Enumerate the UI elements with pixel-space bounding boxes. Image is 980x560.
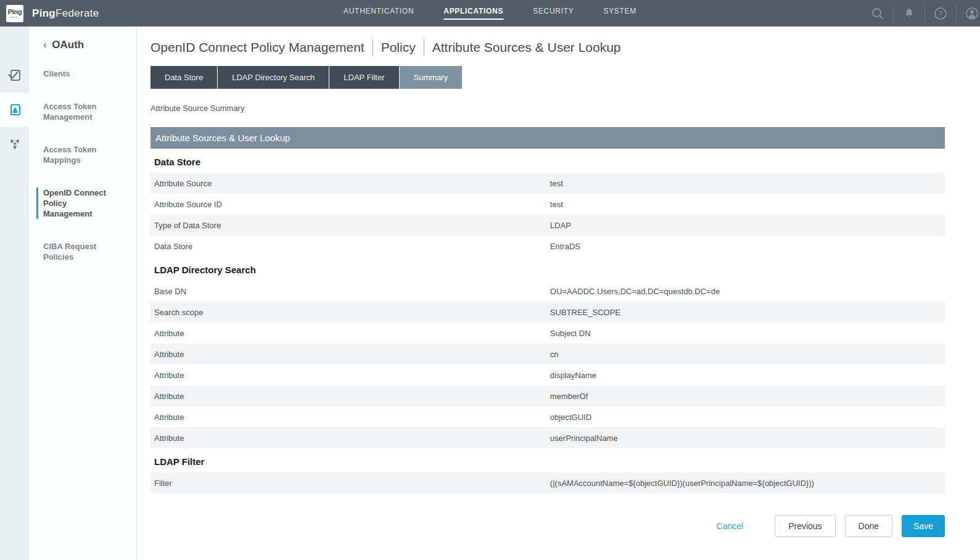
main-nav: AUTHENTICATION APPLICATIONS SECURITY SYS…	[344, 0, 636, 27]
notifications-bell-icon[interactable]	[901, 6, 917, 22]
divider	[924, 4, 925, 23]
row-value: userPrincipalName	[550, 434, 945, 443]
pen-square-icon[interactable]	[0, 93, 29, 127]
row-label: Attribute	[150, 371, 550, 380]
row-value: objectGUID	[550, 413, 945, 422]
summary-row: Attribute Source test	[150, 173, 945, 194]
sidebar-item-access-token-mappings[interactable]: Access Token Mappings	[43, 144, 118, 165]
nav-applications[interactable]: APPLICATIONS	[443, 7, 503, 20]
section-heading: LDAP Directory Search	[154, 265, 945, 275]
summary-caption: Attribute Source Summary	[150, 104, 945, 113]
nav-authentication[interactable]: AUTHENTICATION	[344, 7, 414, 20]
row-label: Data Store	[150, 242, 550, 251]
row-value: OU=AADDC Users,DC=ad,DC=questdb,DC=de	[550, 287, 945, 296]
page-title: OpenID Connect Policy Management Policy …	[150, 39, 945, 56]
summary-row: Filter (|(sAMAccountName=${objectGUID})(…	[150, 472, 945, 493]
summary-row: Type of Data Store LDAP	[150, 215, 945, 236]
row-label: Search scope	[150, 308, 550, 317]
section-heading: Data Store	[154, 157, 945, 167]
cancel-button[interactable]: Cancel	[717, 521, 744, 531]
tab-data-store[interactable]: Data Store	[150, 66, 217, 89]
summary-sections: Data Store Attribute Source test Attribu…	[150, 157, 945, 493]
row-label: Filter	[150, 479, 550, 488]
row-value: Subject DN	[550, 329, 945, 338]
summary-row: Attribute cn	[150, 344, 945, 364]
summary-section: LDAP Directory Search Base DN OU=AADDC U…	[150, 265, 945, 448]
row-value: displayName	[550, 371, 945, 380]
sidebar-back-oauth[interactable]: ‹ OAuth	[43, 39, 136, 51]
svg-text:?: ?	[939, 10, 942, 17]
topbar-utilities: ?	[862, 4, 980, 23]
breadcrumb-separator	[373, 39, 373, 56]
breadcrumb-root: OpenID Connect Policy Management	[150, 40, 364, 55]
summary-row: Base DN OU=AADDC Users,DC=ad,DC=questdb,…	[150, 281, 945, 302]
breadcrumb-separator	[424, 39, 424, 56]
top-bar: Ping Identity. PingFederate AUTHENTICATI…	[0, 0, 980, 27]
row-label: Type of Data Store	[150, 221, 550, 230]
sidebar-menu: Clients Access Token Management Access T…	[43, 68, 136, 262]
row-label: Attribute	[150, 392, 550, 401]
summary-table-header: Attribute Sources & User Lookup	[150, 127, 945, 149]
row-value: LDAP	[550, 221, 945, 230]
main-content: OpenID Connect Policy Management Policy …	[137, 27, 980, 560]
breadcrumb-policy: Policy	[381, 40, 416, 55]
sidebar-item-clients[interactable]: Clients	[43, 68, 118, 79]
sidebar-item-access-token-management[interactable]: Access Token Management	[43, 101, 118, 122]
row-label: Attribute Source	[150, 179, 550, 188]
divider	[956, 4, 957, 23]
summary-row: Search scope SUBTREE_SCOPE	[150, 302, 945, 323]
sidebar-item-ciba-request-policies[interactable]: CIBA Request Policies	[43, 241, 118, 262]
row-value: test	[550, 179, 945, 188]
help-icon[interactable]: ?	[933, 6, 949, 22]
sidebar-section-title: OAuth	[52, 39, 84, 51]
user-account-icon[interactable]	[964, 6, 980, 22]
app-shell: ‹ OAuth Clients Access Token Management …	[0, 27, 980, 560]
divider	[893, 4, 894, 23]
row-label: Attribute	[150, 434, 550, 443]
summary-row: Attribute Source ID test	[150, 194, 945, 215]
logo-text: Ping	[8, 9, 22, 15]
summary-row: Attribute memberOf	[150, 385, 945, 406]
row-value: test	[550, 200, 945, 209]
footer-actions: Cancel Previous Done Save	[150, 515, 945, 537]
summary-row: Data Store EntraDS	[150, 236, 945, 257]
check-square-icon[interactable]	[0, 58, 29, 93]
app-title-light: Federate	[56, 7, 99, 19]
sidebar-icon-rail	[0, 27, 29, 560]
ping-identity-logo: Ping Identity.	[6, 5, 23, 22]
app-title-bold: Ping	[32, 7, 56, 19]
logo-subtext: Identity.	[10, 15, 19, 18]
row-value: SUBTREE_SCOPE	[550, 308, 945, 317]
section-rows: Base DN OU=AADDC Users,DC=ad,DC=questdb,…	[150, 281, 945, 448]
section-rows: Attribute Source test Attribute Source I…	[150, 173, 945, 257]
nav-system[interactable]: SYSTEM	[603, 7, 636, 20]
app-title: PingFederate	[32, 7, 99, 20]
summary-section: Data Store Attribute Source test Attribu…	[150, 157, 945, 257]
done-button[interactable]: Done	[845, 515, 892, 537]
row-label: Base DN	[150, 287, 550, 296]
tab-summary[interactable]: Summary	[400, 66, 463, 89]
summary-row: Attribute objectGUID	[150, 406, 945, 427]
breadcrumb-current: Attribute Sources & User Lookup	[432, 40, 621, 55]
search-icon[interactable]	[870, 6, 886, 22]
save-button[interactable]: Save	[902, 515, 945, 537]
row-label: Attribute	[150, 413, 550, 422]
section-rows: Filter (|(sAMAccountName=${objectGUID})(…	[150, 472, 945, 493]
tab-ldap-filter[interactable]: LDAP Filter	[329, 66, 398, 89]
previous-button[interactable]: Previous	[775, 515, 835, 537]
nav-security[interactable]: SECURITY	[533, 7, 574, 20]
summary-row: Attribute displayName	[150, 364, 945, 385]
wizard-tabs: Data Store LDAP Directory Search LDAP Fi…	[150, 66, 945, 89]
sidebar-item-openid-connect-policy-management[interactable]: OpenID Connect Policy Management	[36, 187, 112, 219]
row-label: Attribute	[150, 350, 550, 359]
tab-ldap-directory-search[interactable]: LDAP Directory Search	[218, 66, 329, 89]
converge-arrows-icon[interactable]	[0, 127, 29, 162]
row-value: (|(sAMAccountName=${objectGUID})(userPri…	[550, 479, 945, 488]
row-value: EntraDS	[550, 242, 945, 251]
summary-row: Attribute userPrincipalName	[150, 427, 945, 448]
section-heading: LDAP Filter	[154, 456, 945, 467]
chevron-left-icon: ‹	[43, 39, 46, 51]
row-label: Attribute	[150, 329, 550, 338]
row-value: memberOf	[550, 392, 945, 401]
sidebar: ‹ OAuth Clients Access Token Management …	[29, 27, 137, 560]
